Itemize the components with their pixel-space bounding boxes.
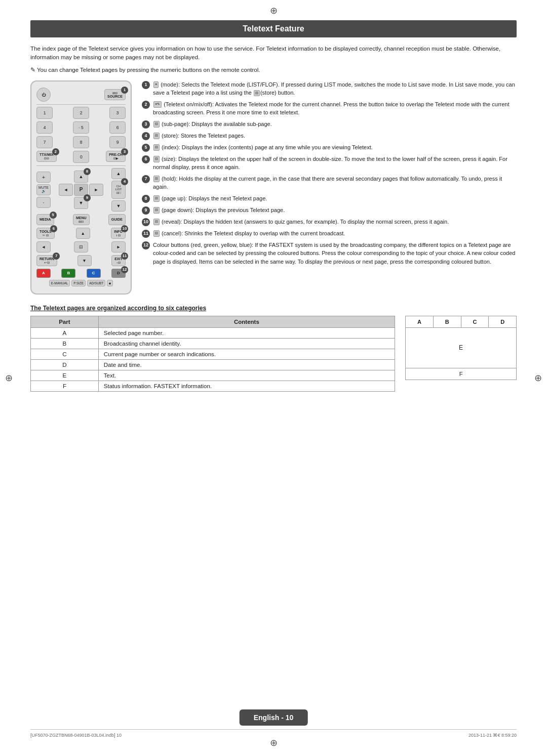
guide-button[interactable]: GUIDE [108, 214, 126, 225]
icon-hold: ⊟ [153, 176, 160, 182]
desc-num-5: 5 [142, 144, 150, 152]
desc-item-7: 7 ⊟ (hold): Holds the display at the cur… [142, 175, 517, 191]
page-diagram: A B C D E F [405, 316, 517, 380]
ch-up-button[interactable]: ▲ [111, 168, 126, 179]
icon-pagedown: ⊟ [153, 207, 160, 214]
badge-5: 5 [50, 212, 57, 219]
extra-button[interactable]: ■ [107, 280, 113, 286]
menu-button[interactable]: MENU ⊞⊟ [73, 214, 90, 225]
table-row: A Selected page number. [31, 327, 395, 338]
nav-cluster: ▲ 8 ◄ P ► ▼ 9 [59, 171, 103, 209]
vol-up-button[interactable]: + [36, 172, 51, 183]
power-button[interactable]: ⏻ [36, 88, 51, 102]
page-title: Teletext Feature [30, 20, 517, 37]
desc-item-4: 4 ⊟ (store): Stores the Teletext pages. [142, 132, 517, 140]
desc-text-11: ⊟ (cancel): Shrinks the Teletext display… [153, 229, 517, 238]
diag-a: A [406, 316, 434, 327]
nav-left[interactable]: ◄ [59, 184, 73, 196]
btn-3[interactable]: 3 [109, 107, 126, 119]
right-arrow-button[interactable]: ► [111, 241, 126, 253]
badge-9: 9 [84, 194, 91, 201]
left-arrow-button[interactable]: ◄ [36, 241, 51, 253]
desc-num-9: 9 [142, 206, 150, 215]
btn-1[interactable]: 1 [36, 107, 53, 119]
desc-item-11: 11 ⊟ (cancel): Shrinks the Teletext disp… [142, 229, 517, 238]
desc-item-1: 1 ≡ (mode): Selects the Teletext mode (L… [142, 80, 517, 97]
diag-header: A B C D [406, 316, 516, 328]
badge-6: 6 [50, 225, 57, 232]
btn-a[interactable]: A [36, 269, 51, 278]
btn-5[interactable]: · 5 [73, 121, 89, 134]
nav-down[interactable]: ▼ 9 [74, 197, 88, 209]
content-e: Text. [98, 370, 395, 381]
badge-4: 4 [121, 178, 128, 185]
btn-d[interactable]: D 12 [111, 269, 126, 278]
desc-num-12: 12 [142, 241, 150, 249]
triangle-button[interactable]: ▲ [76, 228, 90, 239]
vol-down-button[interactable]: · [36, 197, 51, 208]
nav-ok[interactable]: P [74, 184, 88, 196]
badge-2: 2 [52, 148, 59, 155]
desc-text-5: ⊟ (index): Displays the index (contents)… [153, 143, 517, 152]
page-number-box: English - 10 [240, 709, 308, 726]
content-d: Date and time. [98, 359, 395, 370]
mute-button[interactable]: MUTE🔊 [36, 184, 51, 195]
badge-11: 11 [121, 253, 128, 260]
desc-num-2: 2 [142, 101, 150, 109]
psize-button[interactable]: P.SIZE [71, 280, 86, 286]
table-row: D Date and time. [31, 359, 395, 370]
btn-9[interactable]: 9 [109, 136, 126, 148]
color-buttons-row: A B C D 12 [36, 269, 126, 278]
btn-c[interactable]: C [87, 269, 101, 278]
bottom-buttons-row: E-MANUAL P.SIZE AD/SUBT ■ [36, 280, 126, 286]
btn-8[interactable]: 8 [73, 136, 89, 148]
icon-store-ref: ⊟ [254, 90, 260, 97]
down-arrow2-button[interactable]: ▼ [77, 255, 92, 266]
part-c: C [31, 349, 99, 359]
nav-right[interactable]: ► [89, 184, 103, 196]
table-area: Part Contents A Selected page number. B … [30, 316, 517, 392]
ch-down-button[interactable]: ▼ [111, 200, 126, 212]
btn-2[interactable]: 2 [73, 107, 89, 119]
adjust-button[interactable]: AD/SUBT [87, 280, 105, 286]
info-button[interactable]: INFO t ⊟ 10 [111, 228, 126, 239]
icon-reveal: ⊟ [153, 219, 160, 225]
desc-text-8: ⊟ (page up): Displays the next Teletext … [153, 194, 517, 203]
exit-button[interactable]: EXIT −⊟ 11 [111, 255, 126, 266]
btn-0[interactable]: 0 [73, 151, 89, 163]
desc-num-11: 11 [142, 230, 150, 238]
descriptions-panel: 1 ≡ (mode): Selects the Teletext mode (L… [142, 80, 517, 295]
btn-7[interactable]: 7 [36, 136, 53, 148]
remote-control: ⏻ ⊞⊟ SOURCE 1 1 2 3 4 · 5 6 [30, 80, 132, 295]
btn-b[interactable]: B [61, 269, 75, 278]
badge-8: 8 [84, 168, 91, 175]
ttxmix-button[interactable]: TTX/MIX ⊟⊘ 2 [36, 151, 57, 162]
nav-up[interactable]: ▲ 8 [74, 171, 88, 183]
desc-num-1: 1 [142, 81, 150, 89]
desc-text-7: ⊟ (hold): Holds the display at the curre… [153, 175, 517, 191]
desc-num-4: 4 [142, 132, 150, 140]
content-b: Broadcasting channel identity. [98, 338, 395, 349]
bottom-registration-mark: ⊕ [270, 737, 278, 748]
btn-6[interactable]: 6 [109, 121, 126, 134]
table-title: The Teletext pages are organized accordi… [30, 305, 517, 312]
icon-pageup: ⊟ [153, 195, 160, 202]
table-row: F Status information. FASTEXT informatio… [31, 381, 395, 391]
prech-button[interactable]: PRE-CH ⊟▶ 3 [106, 151, 126, 162]
desc-text-3: ⊟ (sub-page): Displays the available sub… [153, 120, 517, 129]
desc-num-6: 6 [142, 155, 150, 163]
chlist-button[interactable]: CH LIST⊟□ 4 [111, 181, 126, 199]
btn-4[interactable]: 4 [36, 121, 53, 134]
badge-7: 7 [53, 253, 60, 260]
content-c: Current page number or search indication… [98, 349, 395, 359]
icon-index: ⊟ [153, 144, 160, 151]
note-text: You can change Teletext pages by pressin… [30, 66, 517, 73]
square-button[interactable]: ⊟ [74, 241, 88, 253]
source-button[interactable]: ⊞⊟ SOURCE 1 [104, 89, 126, 100]
tools-button[interactable]: TOOLS ✂ ⊟ 6 [36, 228, 55, 239]
emanual-button[interactable]: E-MANUAL [49, 280, 70, 286]
desc-item-10: 10 ⊟ (reveal): Displays the hidden text … [142, 218, 517, 226]
part-e: E [31, 370, 99, 381]
return-button[interactable]: RETURN ↩ ⊟ 7 [36, 255, 57, 266]
media-button[interactable]: MEDIA 5 [36, 214, 54, 225]
